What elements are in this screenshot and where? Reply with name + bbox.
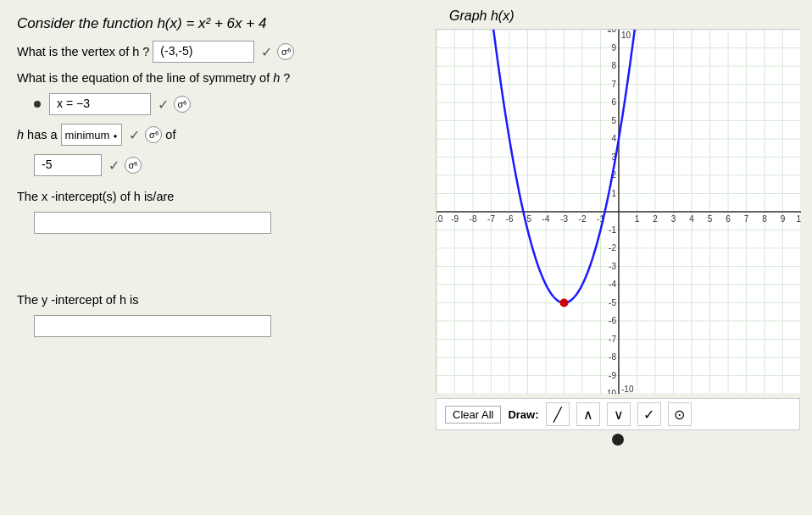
draw-tool-curve-down[interactable]: ∨ — [607, 402, 631, 426]
q2-answer[interactable]: x = −3 — [49, 93, 151, 115]
left-panel: Consider the function h(x) = x² + 6x + 4… — [0, 0, 432, 515]
spacer — [17, 242, 415, 293]
q5-row: The y -intercept of h is — [17, 293, 415, 307]
q1-answer[interactable]: (-3,-5) — [153, 41, 254, 63]
clear-all-button[interactable]: Clear All — [445, 406, 501, 424]
q3-answer-info-icon[interactable]: σ⁶ — [125, 157, 142, 174]
toolbar: Clear All Draw: ╱ ∧ ∨ ✓ ⊙ — [436, 398, 800, 430]
bottom-dot — [612, 434, 624, 446]
q1-info-icon[interactable]: σ⁶ — [277, 43, 294, 60]
q2-check-icon[interactable]: ✓ — [158, 97, 169, 113]
q3-prefix: h has a — [17, 128, 58, 141]
right-panel: Graph h(x) Clear All Draw: ╱ ∧ ∨ ✓ ⊙ — [432, 0, 812, 515]
q3-select[interactable]: minimum ⬥ — [61, 124, 123, 146]
q3-answer-check-icon[interactable]: ✓ — [108, 158, 120, 174]
q4-answer-row — [17, 212, 415, 234]
q3-row: h has a minimum ⬥ ✓ σ⁶ of — [17, 124, 415, 146]
draw-tool-line[interactable]: ╱ — [546, 402, 570, 426]
q2-bullet — [34, 101, 41, 108]
q3-of-label: of — [165, 128, 175, 141]
q3-check-icon[interactable]: ✓ — [129, 127, 140, 143]
q5-answer[interactable] — [34, 315, 271, 337]
q2-answer-row: x = −3 ✓ σ⁶ — [17, 93, 415, 115]
q5-label: The y -intercept of h is — [17, 293, 138, 307]
draw-tool-check[interactable]: ✓ — [637, 402, 661, 426]
draw-tool-curve-up[interactable]: ∧ — [576, 402, 600, 426]
graph-title: Graph h(x) — [449, 8, 514, 24]
q2-info-icon[interactable]: σ⁶ — [174, 96, 191, 113]
draw-tool-circle[interactable]: ⊙ — [668, 402, 692, 426]
q1-check-icon[interactable]: ✓ — [261, 44, 272, 60]
q3-answer-row: -5 ✓ σ⁶ — [17, 154, 415, 176]
q3-info-icon[interactable]: σ⁶ — [145, 126, 162, 143]
q3-answer[interactable]: -5 — [34, 154, 102, 176]
q3-select-value: minimum — [65, 129, 110, 141]
q5-answer-row — [17, 315, 415, 337]
q1-label: What is the vertex of h ? — [17, 45, 149, 58]
problem-title: Consider the function h(x) = x² + 6x + 4 — [17, 15, 415, 32]
q3-select-arrow: ⬥ — [113, 130, 118, 140]
q1-row: What is the vertex of h ? (-3,-5) ✓ σ⁶ — [17, 41, 415, 63]
q2-label: What is the equation of the line of symm… — [17, 71, 290, 85]
q4-row: The x -intercept(s) of h is/are — [17, 190, 415, 203]
graph-container[interactable] — [436, 29, 800, 393]
draw-label: Draw: — [508, 408, 538, 421]
q2-row: What is the equation of the line of symm… — [17, 71, 415, 85]
q4-label: The x -intercept(s) of h is/are — [17, 190, 174, 203]
q4-answer[interactable] — [34, 212, 271, 234]
